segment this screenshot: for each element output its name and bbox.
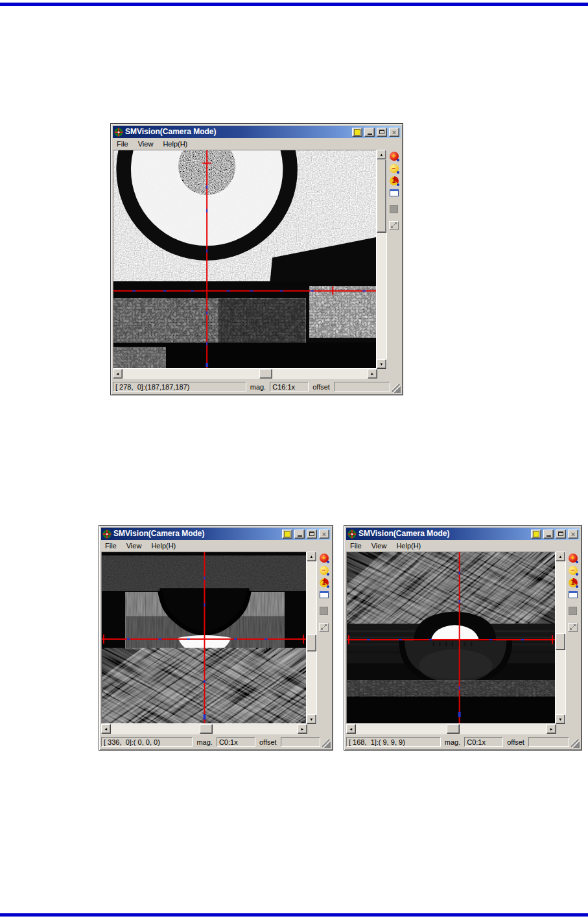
camera-image	[113, 150, 376, 368]
capture-tool-icon	[389, 221, 399, 230]
scroll-up-button[interactable]: ▲	[377, 150, 386, 159]
zoom-reset-button[interactable]: 1	[388, 175, 400, 186]
zoom-reset-button[interactable]: 1	[318, 577, 330, 588]
scroll-right-button[interactable]: ►	[547, 724, 556, 734]
scroll-left-button[interactable]: ◄	[346, 724, 356, 734]
vertical-scrollbar[interactable]: ▲ ▼	[377, 150, 386, 369]
maximize-icon	[379, 130, 384, 134]
yellow-square-button[interactable]	[352, 128, 362, 137]
capture-tool-button[interactable]	[318, 622, 330, 633]
zoom-in-button[interactable]: +	[388, 150, 400, 161]
menu-help[interactable]: Help(H)	[151, 542, 176, 550]
menu-view[interactable]: View	[371, 542, 387, 550]
camera-viewport[interactable]	[113, 150, 377, 369]
zoom-in-icon: +	[390, 152, 399, 161]
status-coordinates: [ 278, 0]:(187,187,187)	[113, 382, 246, 391]
capture-tool-button[interactable]	[567, 622, 579, 633]
menu-view[interactable]: View	[138, 140, 154, 148]
gray-swatch-button[interactable]	[388, 204, 400, 215]
zoom-out-button[interactable]: −	[388, 163, 400, 174]
resize-grip[interactable]	[392, 384, 401, 393]
resize-grip[interactable]	[322, 740, 331, 748]
scroll-right-button[interactable]: ►	[298, 724, 307, 734]
horizontal-scroll-thumb[interactable]	[200, 724, 213, 734]
vertical-scroll-thumb[interactable]	[556, 633, 565, 650]
horizontal-scrollbar[interactable]: ◄ ►	[101, 724, 307, 734]
title-bar[interactable]: SMVision(Camera Mode) ×	[101, 528, 331, 540]
scroll-left-button[interactable]: ◄	[113, 369, 123, 379]
scroll-right-button[interactable]: ►	[368, 369, 377, 379]
zoom-in-button[interactable]: +	[318, 552, 330, 563]
app-icon[interactable]	[102, 530, 112, 539]
left-arrow-icon: ◄	[115, 371, 119, 375]
gray-swatch-icon	[569, 607, 577, 615]
horizontal-scrollbar[interactable]: ◄ ►	[346, 724, 556, 734]
vertical-scroll-thumb[interactable]	[307, 635, 316, 651]
fit-view-button[interactable]	[388, 187, 400, 198]
menu-view[interactable]: View	[126, 542, 142, 550]
horizontal-scroll-thumb[interactable]	[447, 724, 460, 734]
vertical-scrollbar[interactable]: ▲ ▼	[307, 552, 316, 724]
window-title: SMVision(Camera Mode)	[359, 528, 529, 540]
scroll-up-button[interactable]: ▲	[556, 552, 565, 561]
close-icon: ×	[571, 531, 575, 537]
close-button[interactable]: ×	[319, 530, 329, 539]
menu-file[interactable]: File	[105, 542, 117, 550]
zoom-reset-button[interactable]: 1	[567, 577, 579, 588]
scroll-left-button[interactable]: ◄	[101, 724, 111, 734]
maximize-button[interactable]	[377, 128, 387, 137]
scroll-down-button[interactable]: ▼	[556, 714, 565, 724]
side-toolbar: + − 1	[386, 150, 401, 369]
zoom-out-button[interactable]: −	[567, 565, 579, 576]
capture-tool-button[interactable]	[388, 220, 400, 231]
title-bar[interactable]: SMVision(Camera Mode) ×	[346, 528, 580, 540]
yellow-square-icon	[284, 531, 290, 537]
zoom-one-icon: 1	[390, 176, 399, 185]
mag-label[interactable]: mag.	[248, 383, 268, 391]
offset-label[interactable]: offset	[504, 738, 527, 746]
fit-view-button[interactable]	[318, 589, 330, 600]
minimize-button[interactable]	[364, 128, 375, 137]
menu-file[interactable]: File	[350, 542, 362, 550]
minimize-button[interactable]	[294, 530, 305, 539]
close-button[interactable]: ×	[389, 128, 399, 137]
menu-help[interactable]: Help(H)	[163, 140, 187, 148]
scroll-down-button[interactable]: ▼	[307, 714, 316, 724]
fit-view-button[interactable]	[567, 589, 579, 600]
scroll-up-button[interactable]: ▲	[307, 552, 316, 561]
app-icon[interactable]	[114, 128, 123, 137]
maximize-button[interactable]	[307, 530, 317, 539]
yellow-square-icon	[533, 531, 539, 537]
resize-grip[interactable]	[571, 740, 580, 748]
camera-viewport[interactable]	[101, 552, 307, 724]
gray-swatch-button[interactable]	[567, 605, 579, 616]
mag-label[interactable]: mag.	[442, 738, 463, 746]
smvision-window-bottom-left: SMVision(Camera Mode) × File View Help(H…	[99, 525, 333, 751]
offset-label[interactable]: offset	[310, 383, 333, 391]
zoom-in-icon: +	[569, 554, 578, 563]
zoom-out-button[interactable]: −	[318, 565, 330, 576]
horizontal-scroll-thumb[interactable]	[259, 369, 272, 379]
vertical-scroll-thumb[interactable]	[377, 159, 386, 233]
menu-file[interactable]: File	[117, 140, 128, 148]
close-button[interactable]: ×	[568, 530, 578, 539]
vertical-scrollbar[interactable]: ▲ ▼	[556, 552, 565, 724]
zoom-in-button[interactable]: +	[567, 552, 579, 563]
gray-swatch-button[interactable]	[318, 605, 330, 616]
yellow-square-button[interactable]	[282, 530, 292, 539]
minimize-button[interactable]	[543, 530, 554, 539]
app-icon[interactable]	[347, 530, 357, 539]
yellow-square-button[interactable]	[531, 530, 541, 539]
horizontal-scrollbar[interactable]: ◄ ►	[113, 369, 377, 379]
left-arrow-icon: ◄	[104, 727, 108, 730]
offset-label[interactable]: offset	[257, 738, 279, 746]
window-title: SMVision(Camera Mode)	[125, 126, 350, 138]
mag-value: C0:1x	[464, 737, 503, 747]
up-arrow-icon: ▲	[309, 554, 313, 558]
camera-viewport[interactable]	[346, 552, 556, 724]
menu-help[interactable]: Help(H)	[396, 542, 421, 550]
title-bar[interactable]: SMVision(Camera Mode) ×	[113, 126, 401, 138]
mag-label[interactable]: mag.	[194, 738, 215, 746]
scroll-down-button[interactable]: ▼	[377, 359, 386, 369]
maximize-button[interactable]	[556, 530, 566, 539]
